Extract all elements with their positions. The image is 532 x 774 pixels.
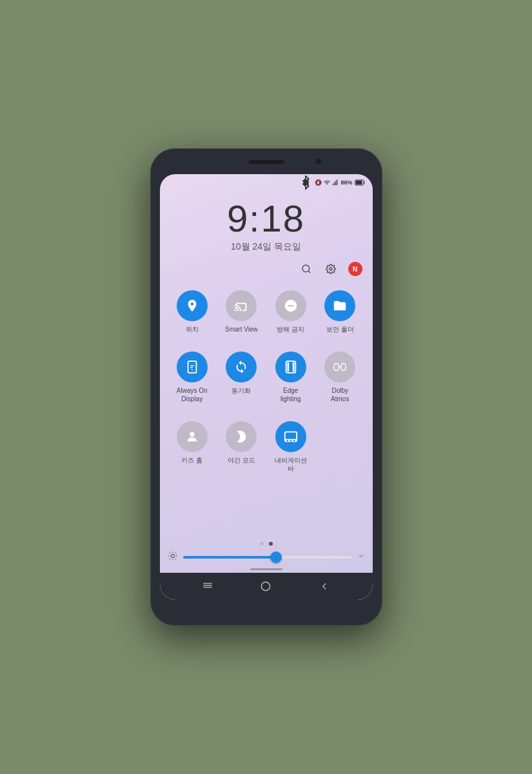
location-icon-circle [177,290,208,321]
brightness-thumb[interactable] [270,551,282,563]
notification-badge-letter: N [353,266,357,273]
svg-rect-18 [341,364,346,371]
page-dot-1[interactable] [260,542,264,546]
svg-rect-5 [364,181,364,184]
back-button[interactable] [319,580,330,592]
qs-row-2: Always OnDisplay 동기화 [168,342,365,412]
night-mode-icon-circle [226,421,257,452]
nav-bar-label: 내비게이션바 [275,456,307,473]
secure-folder-icon-circle [324,290,355,321]
dolby-icon-circle [324,352,355,382]
qs-item-dnd[interactable]: 방해 금지 [266,286,316,337]
sync-icon [234,360,248,374]
sync-label: 동기화 [232,386,251,395]
home-button[interactable] [259,580,272,593]
qs-item-kids-home[interactable]: 키즈 홈 [168,417,217,477]
qs-item-smart-view[interactable]: Smart View [217,286,266,337]
sync-icon-circle [226,352,257,382]
quick-settings-grid: 위치 Smart View [160,281,373,537]
svg-rect-1 [334,183,335,186]
dnd-label: 방해 금지 [277,325,304,333]
navigation-bar [160,573,373,600]
svg-point-23 [290,440,291,442]
clock-area: 9:18 10월 24일 목요일 [160,188,373,259]
search-icon [301,264,311,274]
svg-point-26 [171,554,174,557]
brightness-slider[interactable] [183,556,352,559]
night-mode-label: 야간 모드 [228,456,255,464]
svg-line-34 [175,553,176,553]
recent-apps-button[interactable] [202,580,213,592]
svg-rect-6 [355,181,362,184]
bluetooth-icon [299,175,313,190]
phone-screen: 🔇 86% [160,174,373,600]
qs-item-edge-lighting[interactable]: Edgelighting [266,348,316,407]
mute-icon: 🔇 [315,179,322,186]
qs-item-secure-folder[interactable]: 보안 폴더 [315,286,365,337]
recent-apps-icon [202,580,213,592]
phone-device: 🔇 86% [150,148,382,626]
wifi-icon [324,179,330,186]
front-camera [316,159,321,164]
svg-rect-3 [337,179,338,185]
svg-rect-0 [333,184,333,186]
earpiece [248,160,284,164]
nav-bar-icon-circle [275,421,306,452]
aod-label: Always OnDisplay [177,386,208,403]
svg-line-29 [169,553,170,553]
svg-rect-16 [293,362,295,372]
smart-view-label: Smart View [225,325,258,333]
svg-rect-25 [293,440,295,441]
kids-icon [185,430,199,444]
qs-row-1: 위치 Smart View [168,281,365,342]
clock-date: 10월 24일 목요일 [231,241,301,253]
chevron-down-icon [357,552,365,560]
page-indicators [160,537,373,548]
brightness-fill [183,556,276,559]
qs-item-night-mode[interactable]: 야간 모드 [217,417,266,477]
page-dot-2[interactable] [269,542,273,546]
sun-icon [168,551,178,561]
dnd-icon-circle [275,290,306,321]
status-icons: 🔇 86% [299,175,364,190]
nav-bar-icon [284,430,298,444]
qs-item-sync[interactable]: 동기화 [217,348,266,407]
back-icon [319,580,330,592]
brightness-expand-button[interactable] [357,552,365,562]
gear-icon [326,264,336,274]
svg-point-7 [302,265,310,272]
secure-folder-label: 보안 폴더 [326,325,354,333]
home-bar-line [250,568,282,570]
svg-line-8 [308,271,310,273]
edge-lighting-label: Edgelighting [281,386,301,403]
settings-button[interactable] [324,262,338,276]
home-bar [160,567,373,573]
qs-row-3: 키즈 홈 야간 모드 [168,412,365,482]
dolby-label: DolbyAtmos [331,386,349,403]
kids-home-label: 키즈 홈 [181,456,202,464]
qs-item-aod[interactable]: Always OnDisplay [168,348,217,407]
edge-lighting-icon [284,360,298,374]
notification-button[interactable]: N [348,262,362,276]
aod-icon [185,360,199,374]
brightness-icon [168,551,178,563]
svg-point-13 [192,370,193,371]
search-button[interactable] [299,262,313,276]
svg-line-33 [169,559,170,559]
edge-lighting-icon-circle [275,352,306,382]
home-icon [259,580,272,593]
dnd-icon [284,299,298,313]
svg-point-9 [330,268,332,270]
svg-point-20 [190,432,194,437]
status-bar: 🔇 86% [160,174,373,188]
location-label: 위치 [186,325,199,333]
battery-percentage: 86% [340,179,352,186]
qs-item-location[interactable]: 위치 [168,286,217,337]
aod-icon-circle [177,352,208,382]
qs-item-nav-bar[interactable]: 내비게이션바 [266,417,316,477]
svg-point-38 [262,582,270,590]
qs-item-dolby[interactable]: DolbyAtmos [315,348,365,407]
battery-icon [355,179,365,186]
notification-badge: N [348,262,362,276]
kids-home-icon-circle [177,421,208,452]
